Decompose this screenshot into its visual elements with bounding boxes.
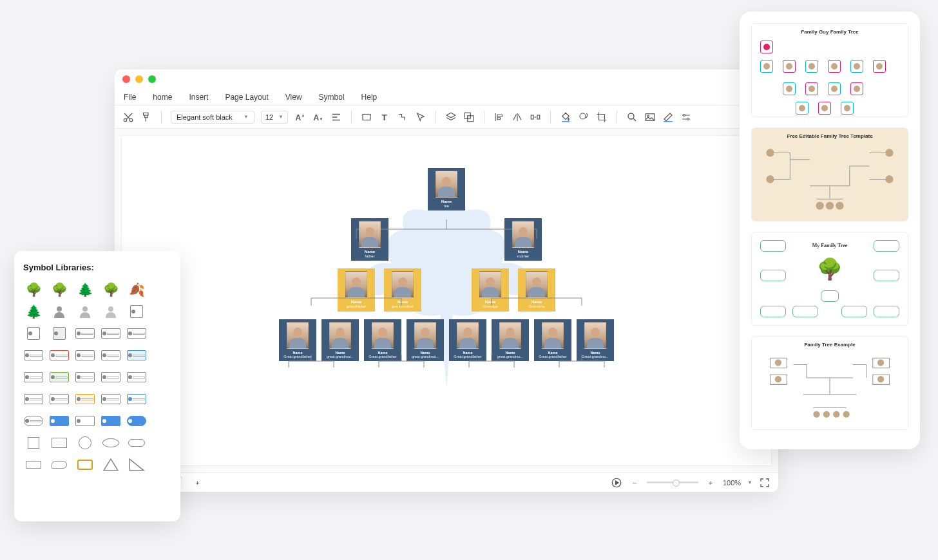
symbol-person-icon[interactable]: [75, 303, 95, 320]
template-card[interactable]: Family Guy Family Tree: [751, 23, 908, 117]
symbol-rectangle-icon[interactable]: [23, 456, 44, 473]
tree-card-father[interactable]: Name father: [351, 218, 388, 261]
cut-icon[interactable]: [122, 111, 134, 123]
symbol-card-icon[interactable]: [75, 325, 95, 342]
symbol-card-icon[interactable]: [49, 391, 70, 407]
symbol-square-icon[interactable]: [23, 434, 44, 451]
symbol-triangle-icon[interactable]: [100, 456, 121, 473]
zoom-level-label[interactable]: 100%: [723, 479, 741, 487]
symbol-card-icon[interactable]: [23, 413, 44, 429]
symbol-triangle-icon[interactable]: [126, 456, 147, 473]
menu-insert[interactable]: Insert: [189, 93, 208, 102]
symbol-card-icon[interactable]: [23, 369, 44, 386]
tree-card-ggp[interactable]: Namegreat grandmot...: [407, 319, 444, 361]
decrease-font-icon[interactable]: A▼: [312, 111, 324, 123]
menu-page-layout[interactable]: Page Layout: [225, 93, 268, 102]
symbol-card-green-icon[interactable]: [49, 369, 70, 386]
menu-symbol[interactable]: Symbol: [319, 93, 345, 102]
symbol-card-red-icon[interactable]: [49, 347, 70, 364]
symbol-pill-icon[interactable]: [126, 434, 147, 451]
symbol-card-icon[interactable]: [23, 347, 44, 364]
zoom-in-icon[interactable]: +: [705, 477, 716, 489]
symbol-card-icon[interactable]: [100, 325, 121, 342]
tree-card-grandmother[interactable]: Namegrandmother: [384, 268, 421, 311]
tree-card-ggp[interactable]: NameGreat grandfather: [364, 319, 401, 361]
tree-card-ggp[interactable]: NameGreat grandfather: [449, 319, 486, 361]
connector-tool-icon[interactable]: [397, 111, 408, 123]
image-icon[interactable]: [644, 111, 656, 123]
zoom-slider[interactable]: [647, 481, 698, 483]
symbol-ellipse-icon[interactable]: [100, 434, 121, 451]
symbol-tree-icon[interactable]: 🌳: [23, 281, 44, 298]
symbol-circle-icon[interactable]: [75, 434, 95, 451]
template-card[interactable]: My Family Tree 🌳: [751, 232, 908, 326]
symbol-rounded-rect-icon[interactable]: [75, 456, 95, 473]
search-icon[interactable]: [626, 111, 638, 123]
symbol-card-icon[interactable]: [75, 347, 95, 364]
canvas-area[interactable]: Name me Name father Name mother: [115, 129, 778, 472]
fullscreen-icon[interactable]: [759, 477, 770, 489]
tree-card-grandma[interactable]: NameGrandma: [518, 268, 555, 311]
tree-card-grandfather[interactable]: Namegrandfather: [338, 268, 375, 311]
symbol-card-icon[interactable]: [23, 391, 44, 407]
align-left-icon[interactable]: [493, 111, 505, 123]
symbol-tree-icon[interactable]: 🌳: [100, 281, 121, 298]
group-icon[interactable]: [463, 111, 475, 123]
flip-horizontal-icon[interactable]: [512, 111, 523, 123]
symbol-card-blue-icon[interactable]: [100, 413, 121, 429]
symbol-person-card-icon[interactable]: [126, 303, 147, 320]
symbol-card-icon[interactable]: [75, 369, 95, 386]
pointer-tool-icon[interactable]: [415, 111, 426, 123]
symbol-card-icon[interactable]: [75, 413, 95, 429]
menu-home[interactable]: home: [153, 93, 172, 102]
fill-color-icon[interactable]: [560, 111, 571, 123]
symbol-pine-icon[interactable]: 🌲: [23, 303, 44, 320]
menu-help[interactable]: Help: [361, 93, 378, 102]
align-text-icon[interactable]: [330, 111, 342, 123]
tree-card-ggp[interactable]: NameGreat grandmo...: [577, 319, 614, 361]
tree-card-ggp[interactable]: Namegreat grandmot...: [321, 319, 359, 361]
shadow-icon[interactable]: [578, 111, 589, 123]
tree-card-mother[interactable]: Name mother: [504, 218, 542, 261]
font-select[interactable]: Elegant soft black▼: [171, 111, 254, 124]
symbol-rectangle-icon[interactable]: [49, 434, 70, 451]
tree-card-ggp[interactable]: Namegreat grandmo...: [492, 319, 529, 361]
symbol-card-icon[interactable]: [100, 391, 121, 407]
zoom-out-icon[interactable]: −: [629, 477, 640, 489]
symbol-rounded-rect-icon[interactable]: [49, 456, 70, 473]
symbol-card-blue-icon[interactable]: [49, 413, 70, 429]
symbol-tree-icon[interactable]: 🌳: [49, 281, 70, 298]
tree-card-me[interactable]: Name me: [428, 168, 465, 210]
layers-icon[interactable]: [445, 111, 457, 123]
symbol-card-orange-icon[interactable]: [75, 391, 95, 407]
minimize-window-button[interactable]: [135, 75, 143, 83]
symbol-tree-icon[interactable]: 🍂: [126, 281, 147, 298]
rectangle-tool-icon[interactable]: [361, 111, 372, 123]
format-painter-icon[interactable]: [140, 111, 152, 123]
tree-card-ggp[interactable]: NameGreat grandfather: [534, 319, 571, 361]
add-page-icon[interactable]: +: [191, 477, 203, 489]
text-tool-icon[interactable]: T: [379, 111, 390, 123]
tree-card-grandpa[interactable]: NameGrandpa: [472, 268, 509, 311]
tree-card-ggp[interactable]: NameGreat grandfather: [279, 319, 316, 361]
symbol-card-blue-icon[interactable]: [126, 347, 147, 364]
template-card[interactable]: Family Tree Example: [751, 336, 908, 430]
symbol-tree-icon[interactable]: 🌲: [75, 281, 95, 298]
menu-file[interactable]: File: [124, 93, 136, 102]
symbol-person-icon[interactable]: [100, 303, 121, 320]
crop-icon[interactable]: [596, 111, 608, 123]
template-card[interactable]: Free Editable Family Tree Template: [751, 127, 908, 221]
symbol-person-card-icon[interactable]: [23, 325, 44, 342]
menu-view[interactable]: View: [285, 93, 302, 102]
chevron-down-icon[interactable]: ▼: [747, 480, 752, 485]
distribute-icon[interactable]: [530, 111, 541, 123]
settings-icon[interactable]: [680, 111, 692, 123]
symbol-card-icon[interactable]: [100, 369, 121, 386]
symbol-person-icon[interactable]: [49, 303, 70, 320]
symbol-person-card-icon[interactable]: [49, 325, 70, 342]
symbol-card-blue-icon[interactable]: [126, 413, 147, 429]
symbol-card-blue-icon[interactable]: [126, 391, 147, 407]
line-color-icon[interactable]: [662, 111, 674, 123]
increase-font-icon[interactable]: A▲: [294, 111, 306, 123]
close-window-button[interactable]: [122, 75, 130, 83]
